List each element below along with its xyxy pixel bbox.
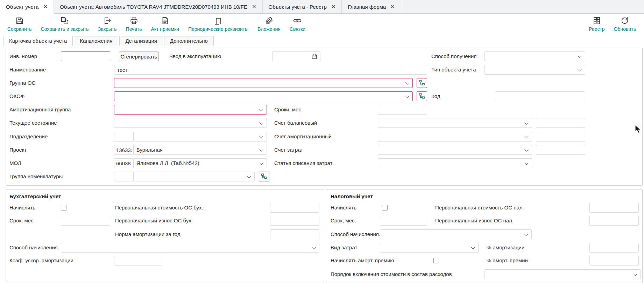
current-state-select[interactable] [114, 118, 267, 128]
depreciation-group-label: Амортизационная группа [9, 105, 71, 115]
refresh-button[interactable]: Обновить [609, 16, 641, 32]
writeoff-article-select[interactable] [378, 158, 532, 168]
okof-label: ОКОФ [9, 91, 24, 101]
object-type-select[interactable] [484, 65, 585, 75]
receipt-method-select[interactable] [484, 51, 585, 61]
balance-account-label: Счет балансовый [274, 118, 317, 128]
receipt-method-label: Способ получения [431, 51, 476, 61]
tab-object-card[interactable]: Объект учета ✕ [0, 0, 54, 14]
accounting-acceleration-input[interactable] [114, 256, 162, 265]
exit-door-icon [103, 16, 112, 25]
accounting-accrual-method-label: Способ начисления... [9, 243, 62, 253]
save-button[interactable]: Сохранить [3, 16, 36, 32]
acceptance-act-button[interactable]: Акт приемки [146, 16, 183, 32]
tax-cost-type-label: Вид затрат [331, 243, 357, 253]
close-icon[interactable]: ✕ [390, 4, 395, 10]
subtab-details[interactable]: Детализация [119, 36, 163, 46]
tax-depreciation-pct-label: % амортизации [487, 243, 524, 253]
accounting-year-rate-label: Норма амортизации за год [115, 229, 181, 239]
accounting-acceleration-label: Коэф. ускор. амортизации [9, 256, 73, 265]
balance-account-select[interactable] [378, 118, 532, 128]
attachments-button[interactable]: Вложения [253, 16, 285, 32]
tax-term-input[interactable] [380, 216, 427, 226]
project-code-input[interactable] [114, 145, 134, 155]
os-group-select[interactable] [114, 78, 413, 88]
okof-select[interactable] [114, 91, 413, 101]
nomenclature-tree-button[interactable] [259, 172, 269, 181]
depreciation-account-select[interactable] [378, 132, 532, 142]
nomenclature-group-label: Группа номенклатуры [9, 172, 63, 181]
tax-initial-cost-input[interactable] [589, 203, 639, 213]
accounting-accrue-checkbox[interactable] [61, 205, 66, 210]
tax-panel-title: Налоговый учет [331, 192, 373, 201]
code-input[interactable] [495, 91, 585, 101]
depreciation-account-extra-input[interactable] [536, 132, 585, 142]
inv-number-input[interactable] [61, 51, 110, 61]
project-select[interactable]: Бурильная [133, 145, 267, 155]
generate-button[interactable]: Сгенерировать [119, 51, 159, 61]
close-icon[interactable]: ✕ [252, 4, 256, 10]
terms-months-label: Сроки, мес. [274, 105, 303, 115]
cost-account-label: Счет затрат [274, 145, 303, 155]
division-select[interactable] [133, 132, 267, 142]
tax-accrue-checkbox[interactable] [382, 205, 388, 210]
terms-months-input[interactable] [378, 105, 427, 115]
close-form-button[interactable]: Закрыть [93, 16, 121, 32]
tax-inclusion-order-label: Порядок включения стоимости в состав рас… [331, 269, 452, 279]
subtab-object-card[interactable]: Карточка объекта учета [3, 36, 73, 46]
depreciation-account-label: Счет амортизационный [274, 132, 332, 142]
balance-account-extra-input[interactable] [536, 118, 585, 128]
accounting-panel-title: Бухгалтерский учет [9, 192, 61, 201]
tax-accrual-method-select[interactable] [380, 229, 532, 239]
os-group-tree-button[interactable] [417, 78, 427, 88]
chain-links-icon [293, 16, 302, 25]
tab-main-form[interactable]: Главная форма ✕ [342, 0, 401, 13]
commissioning-date-input[interactable] [272, 51, 320, 61]
subtab-additional[interactable]: Дополнительно [164, 36, 214, 46]
save-close-icon [60, 16, 69, 25]
cost-account-select[interactable] [378, 145, 532, 155]
tax-premium-pct-input[interactable] [589, 256, 639, 265]
toolbar-right-group: Реестр Обновить [584, 16, 641, 32]
tax-cost-type-select[interactable] [380, 243, 479, 253]
tax-depreciation-pct-input[interactable] [589, 243, 639, 253]
tab-label: Главная форма [348, 4, 386, 10]
tab-objects-registry[interactable]: Объекты учета - Реестр ✕ [263, 0, 342, 13]
nomenclature-group-select[interactable] [133, 172, 255, 181]
subtab-capex[interactable]: Капвложения [74, 36, 118, 46]
periodic-requisites-button[interactable]: Периодические реквизиты [184, 16, 253, 32]
print-button[interactable]: Печать [121, 16, 147, 32]
registry-button[interactable]: Реестр [584, 16, 609, 32]
tab-label: Объекты учета - Реестр [269, 4, 327, 10]
links-button[interactable]: Связки [285, 16, 310, 32]
accounting-year-rate-input[interactable] [270, 229, 319, 239]
save-and-close-button[interactable]: Сохранить и закрыть [36, 16, 93, 32]
nomenclature-code-input[interactable] [114, 172, 134, 181]
tax-initial-wear-input[interactable] [589, 216, 639, 226]
tax-accrue-label: Начислять [331, 203, 356, 213]
tab-object-toyota[interactable]: Объект учета: Автомобиль TOYOTA RAV4 JTM… [54, 0, 262, 13]
os-group-label: Группа ОС [9, 78, 35, 88]
mol-select[interactable]: Ялимова Л.Л. (Таб.№542) [133, 158, 267, 168]
division-code-input[interactable] [114, 132, 134, 142]
okof-tree-button[interactable] [417, 91, 427, 101]
tree-icon [419, 80, 425, 87]
accounting-term-input[interactable] [61, 216, 110, 226]
close-icon[interactable]: ✕ [331, 4, 336, 10]
accounting-initial-wear-input[interactable] [270, 216, 319, 226]
cost-account-extra-input[interactable] [536, 145, 585, 155]
tax-inclusion-order-select[interactable] [484, 269, 641, 279]
division-label: Подразделение [9, 132, 48, 142]
calendar-icon[interactable] [311, 54, 317, 60]
periodic-requisites-icon [214, 16, 223, 25]
accounting-initial-cost-input[interactable] [270, 203, 319, 213]
mouse-cursor [635, 125, 642, 135]
accounting-accrual-method-select[interactable] [61, 243, 319, 253]
paperclip-icon [264, 16, 274, 25]
name-input[interactable] [114, 65, 427, 75]
project-label: Проект [9, 145, 27, 155]
depreciation-group-select[interactable] [114, 105, 267, 115]
close-icon[interactable]: ✕ [43, 4, 48, 10]
tax-premium-accrue-checkbox[interactable] [433, 258, 439, 263]
mol-code-input[interactable] [114, 158, 134, 168]
